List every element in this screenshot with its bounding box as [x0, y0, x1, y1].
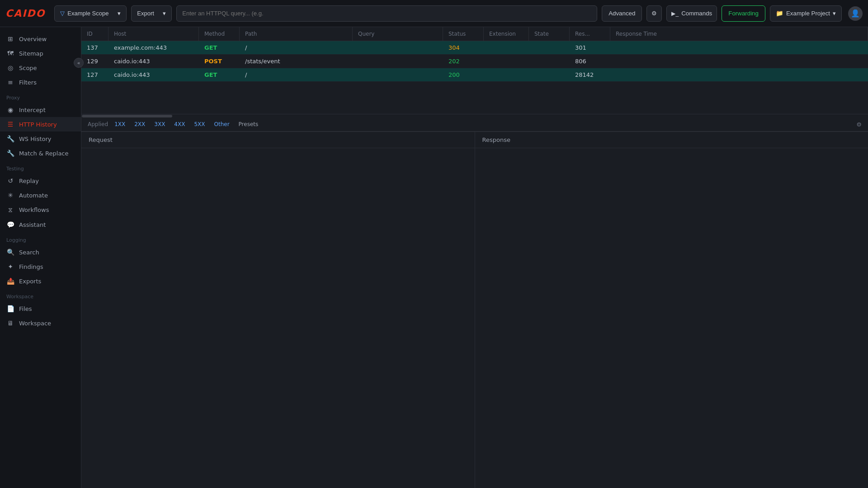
request-label: Request	[89, 136, 113, 143]
sidebar-exports-label: Exports	[19, 278, 41, 285]
sidebar-item-sitemap[interactable]: 🗺 Sitemap	[0, 46, 81, 61]
cell-response-time	[610, 55, 868, 68]
settings-icon-button[interactable]: ⚙	[646, 5, 662, 22]
col-state[interactable]: State	[529, 27, 570, 41]
sidebar-search-label: Search	[19, 249, 39, 256]
col-query[interactable]: Query	[353, 27, 443, 41]
sidebar-item-overview[interactable]: ⊞ Overview	[0, 32, 81, 46]
cell-response-time	[610, 68, 868, 81]
cell-path: /	[240, 68, 353, 81]
sidebar-findings-label: Findings	[19, 263, 43, 270]
filter-2xx[interactable]: 2XX	[132, 120, 148, 128]
col-method[interactable]: Method	[199, 27, 240, 41]
sidebar-filters-label: Filters	[19, 79, 37, 86]
col-path[interactable]: Path	[240, 27, 353, 41]
cell-extension	[484, 68, 529, 81]
cell-method: GET	[199, 68, 240, 81]
sidebar-item-match-replace[interactable]: 🔧 Match & Replace	[0, 146, 81, 160]
cell-extension	[484, 55, 529, 68]
match-replace-icon: 🔧	[6, 150, 14, 157]
advanced-button[interactable]: Advanced	[602, 5, 642, 22]
forwarding-button[interactable]: Forwarding	[722, 5, 765, 22]
filters-icon: ≡	[6, 79, 14, 86]
col-id[interactable]: ID	[81, 27, 108, 41]
sidebar-overview-label: Overview	[19, 36, 47, 42]
sidebar: ⊞ Overview 🗺 Sitemap ◎ Scope ≡ Filters P…	[0, 27, 81, 488]
request-pane: Request	[81, 132, 475, 488]
assistant-icon: 💬	[6, 221, 14, 228]
sidebar-item-replay[interactable]: ↺ Replay	[0, 174, 81, 188]
table-header: ID Host Method Path Query Status Extensi…	[81, 27, 868, 41]
sidebar-item-workspace[interactable]: 🖥 Workspace	[0, 316, 81, 330]
col-response[interactable]: Res...	[570, 27, 610, 41]
project-selector[interactable]: 📁 Example Project ▾	[770, 5, 842, 22]
commands-button[interactable]: ▶_ Commands	[666, 5, 717, 22]
filter-1xx[interactable]: 1XX	[112, 120, 128, 128]
col-host[interactable]: Host	[108, 27, 199, 41]
cell-state	[529, 55, 570, 68]
chevron-down-icon: ▾	[118, 10, 121, 17]
ws-history-icon: 🔧	[6, 135, 14, 142]
response-pane-body	[475, 148, 868, 488]
sidebar-item-automate[interactable]: ✳ Automate	[0, 188, 81, 202]
cell-query	[353, 41, 443, 54]
request-pane-header: Request	[81, 132, 475, 148]
query-input[interactable]	[176, 5, 597, 22]
filter-presets[interactable]: Presets	[236, 120, 261, 128]
export-button[interactable]: Export ▾	[131, 5, 172, 22]
scrollbar-thumb[interactable]	[82, 115, 172, 117]
main-layout: ⊞ Overview 🗺 Sitemap ◎ Scope ≡ Filters P…	[0, 27, 868, 488]
cell-state	[529, 41, 570, 54]
horizontal-scrollbar[interactable]	[81, 114, 868, 117]
cell-status: 304	[443, 41, 484, 54]
sidebar-http-history-label: HTTP History	[19, 121, 57, 128]
filter-bar: Applied 1XX 2XX 3XX 4XX 5XX Other Preset…	[81, 117, 868, 131]
table-row[interactable]: 127 caido.io:443 GET / 200 28142	[81, 68, 868, 82]
filter-5xx[interactable]: 5XX	[191, 120, 208, 128]
request-pane-body	[81, 148, 475, 488]
sidebar-item-findings[interactable]: ✦ Findings	[0, 259, 81, 274]
sidebar-item-scope[interactable]: ◎ Scope	[0, 61, 81, 75]
sidebar-item-assistant[interactable]: 💬 Assistant	[0, 217, 81, 232]
export-label: Export	[137, 10, 154, 17]
cell-host: caido.io:443	[108, 55, 199, 68]
cell-host: caido.io:443	[108, 68, 199, 81]
sidebar-match-replace-label: Match & Replace	[19, 150, 69, 157]
sidebar-item-search[interactable]: 🔍 Search	[0, 245, 81, 259]
response-label: Response	[482, 136, 510, 143]
user-avatar[interactable]: 👤	[848, 6, 863, 21]
sidebar-item-intercept[interactable]: ◉ Intercept	[0, 103, 81, 117]
cell-method: GET	[199, 41, 240, 54]
filter-3xx[interactable]: 3XX	[151, 120, 168, 128]
logging-section-label: Logging	[0, 232, 81, 245]
sidebar-item-http-history[interactable]: ☰ HTTP History	[0, 117, 81, 131]
terminal-icon: ▶_	[671, 10, 679, 17]
table-row[interactable]: 137 example.com:443 GET / 304 301	[81, 41, 868, 55]
exports-icon: 📤	[6, 277, 14, 285]
automate-icon: ✳	[6, 192, 14, 199]
col-extension[interactable]: Extension	[484, 27, 529, 41]
scope-selector[interactable]: ▽ Example Scope ▾	[54, 5, 127, 22]
cell-query	[353, 68, 443, 81]
filter-settings-icon[interactable]: ⚙	[856, 121, 862, 128]
chevron-down-icon: ▾	[163, 10, 166, 17]
filter-4xx[interactable]: 4XX	[171, 120, 188, 128]
sidebar-item-filters[interactable]: ≡ Filters	[0, 75, 81, 89]
sidebar-replay-label: Replay	[19, 178, 39, 184]
cell-response-time	[610, 41, 868, 54]
settings-icon: ⚙	[651, 10, 657, 17]
sidebar-files-label: Files	[19, 305, 32, 312]
sidebar-item-files[interactable]: 📄 Files	[0, 301, 81, 316]
cell-id: 137	[81, 41, 108, 54]
request-response-area: Request Response	[81, 131, 868, 488]
col-status[interactable]: Status	[443, 27, 484, 41]
filter-other[interactable]: Other	[212, 120, 232, 128]
sidebar-item-exports[interactable]: 📤 Exports	[0, 274, 81, 288]
sidebar-item-workflows[interactable]: ⧖ Workflows	[0, 202, 81, 217]
sidebar-collapse-button[interactable]: «	[74, 58, 84, 68]
col-response-time[interactable]: Response Time	[610, 27, 868, 41]
testing-section-label: Testing	[0, 160, 81, 174]
sidebar-item-ws-history[interactable]: 🔧 WS History	[0, 131, 81, 146]
advanced-label: Advanced	[609, 10, 635, 17]
table-row[interactable]: 129 caido.io:443 POST /stats/event 202 8…	[81, 55, 868, 68]
